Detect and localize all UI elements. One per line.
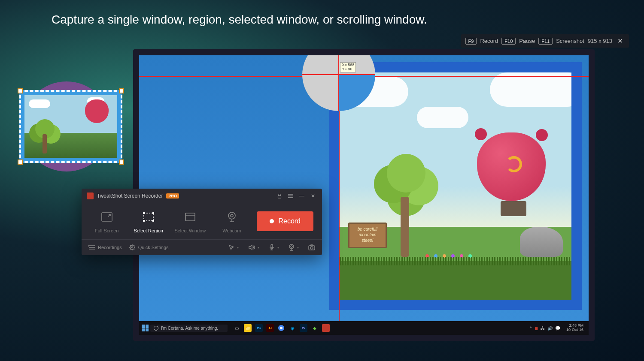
audio-settings[interactable]: ▾ <box>248 244 259 250</box>
photoshop-icon[interactable]: Ps <box>255 324 263 332</box>
file-explorer-icon[interactable]: 📁 <box>244 324 252 332</box>
chevron-down-icon: ▾ <box>258 246 259 250</box>
clock-date: 10-Oct-16 <box>566 328 583 332</box>
region-icon <box>141 209 156 225</box>
capture-dimensions: 915 x 913 <box>588 38 612 44</box>
selection-handle[interactable] <box>18 159 23 165</box>
label-screenshot: Screenshot <box>556 38 584 44</box>
selection-frame <box>19 90 122 163</box>
record-label: Record <box>278 217 301 225</box>
close-button[interactable]: ✕ <box>309 192 317 200</box>
balloon-basket-icon <box>501 201 526 216</box>
footer-recordings[interactable]: Recordings <box>88 244 122 251</box>
svg-point-20 <box>291 246 292 247</box>
svg-point-17 <box>131 247 133 248</box>
mode-label: Select Window <box>174 228 206 233</box>
rock-icon <box>520 227 563 257</box>
taskbar-clock[interactable]: 2:48 PM 10-Oct-16 <box>564 324 586 332</box>
tray-app-icon[interactable]: ◼ <box>535 326 538 331</box>
webcam-settings[interactable]: ▾ <box>289 244 299 251</box>
selection-handle[interactable] <box>119 159 124 165</box>
tray-notification-icon[interactable]: 💬 <box>555 326 560 331</box>
svg-point-22 <box>310 247 313 249</box>
sign-text: be careful! <box>350 226 385 232</box>
svg-rect-12 <box>185 213 195 221</box>
cloud-icon <box>29 99 50 108</box>
recordings-icon <box>88 244 95 251</box>
chevron-down-icon: ▾ <box>297 246 299 250</box>
settings-icon <box>129 244 136 251</box>
cursor-icon <box>228 244 234 250</box>
svg-point-14 <box>228 212 235 219</box>
cursor-settings[interactable]: ▾ <box>228 244 239 250</box>
feature-thumbnail <box>9 81 120 180</box>
start-button[interactable] <box>142 325 149 331</box>
toolbar-close-button[interactable]: ✕ <box>616 37 625 45</box>
svg-rect-7 <box>144 213 153 221</box>
footer-quick-settings[interactable]: Quick Settings <box>129 244 169 251</box>
mode-select-region[interactable]: Select Region <box>132 209 165 233</box>
windows-taskbar: I'm Cortana. Ask me anything. ▭ 📁 Ps Ai … <box>139 321 589 335</box>
svg-rect-2 <box>278 196 281 198</box>
minimize-button[interactable]: — <box>298 192 306 200</box>
menu-icon[interactable] <box>287 192 295 200</box>
tray-network-icon[interactable]: 🖧 <box>541 326 545 331</box>
microphone-icon <box>269 244 275 251</box>
edge-icon[interactable]: ◉ <box>289 324 296 332</box>
svg-rect-6 <box>102 213 112 221</box>
system-tray: ˄ ◼ 🖧 🔊 💬 2:48 PM 10-Oct-16 <box>530 324 586 332</box>
label-pause: Pause <box>519 38 535 44</box>
cloud-icon <box>490 72 571 107</box>
task-view-icon[interactable]: ▭ <box>233 324 240 332</box>
illustrator-icon[interactable]: Ai <box>266 324 274 332</box>
svg-point-15 <box>231 214 233 217</box>
tweakshot-taskbar-icon[interactable] <box>322 324 330 332</box>
selection-handle[interactable] <box>18 88 23 93</box>
magnifier-crosshair-h <box>302 74 375 75</box>
premiere-icon[interactable]: Pr <box>300 324 307 332</box>
app-icon[interactable]: ◆ <box>311 324 319 332</box>
mode-fullscreen[interactable]: Full Screen <box>90 209 123 233</box>
webcam-small-icon <box>289 244 295 251</box>
app-title: TweakShot Screen Recorder <box>97 193 163 199</box>
hotkey-record[interactable]: F9 <box>465 38 477 45</box>
recorder-titlebar[interactable]: TweakShot Screen Recorder PRO — ✕ <box>82 189 322 203</box>
svg-point-19 <box>289 244 294 249</box>
recorder-app-window[interactable]: TweakShot Screen Recorder PRO — ✕ Full S… <box>82 189 322 255</box>
wooden-sign: be careful! mountain steep! <box>348 223 387 248</box>
webcam-icon <box>224 209 240 225</box>
mode-webcam[interactable]: Webcam <box>215 209 248 233</box>
mode-label: Select Region <box>134 228 163 233</box>
lock-icon[interactable] <box>276 192 283 200</box>
selection-handle[interactable] <box>119 88 124 93</box>
grass-icon <box>340 261 571 300</box>
coordinate-tooltip: X= 568 Y= 96 <box>340 62 356 72</box>
hotkey-screenshot[interactable]: F11 <box>538 38 553 45</box>
cortana-search[interactable]: I'm Cortana. Ask me anything. <box>150 325 228 332</box>
chrome-icon[interactable] <box>277 324 285 332</box>
mode-select-window[interactable]: Select Window <box>173 209 207 233</box>
fullscreen-icon <box>99 209 115 225</box>
magnifier-crosshair-v <box>338 55 339 111</box>
tray-volume-icon[interactable]: 🔊 <box>547 326 553 331</box>
balloon-swirl-icon <box>506 156 522 172</box>
chevron-down-icon: ▾ <box>237 246 239 250</box>
tree-icon <box>33 119 55 153</box>
footer-label: Quick Settings <box>138 245 169 250</box>
balloon-icon <box>85 99 109 123</box>
thumbnail-scene <box>24 95 117 158</box>
app-logo-icon <box>87 193 94 199</box>
svg-rect-18 <box>271 244 273 248</box>
screenshot-settings[interactable] <box>308 244 315 250</box>
label-record: Record <box>480 38 498 44</box>
svg-rect-8 <box>143 212 145 214</box>
tray-chevron-icon[interactable]: ˄ <box>530 326 532 331</box>
hotkey-pause[interactable]: F10 <box>501 38 516 45</box>
record-button[interactable]: Record <box>257 211 313 231</box>
taskbar-pinned-apps: ▭ 📁 Ps Ai ◉ Pr ◆ <box>233 324 330 332</box>
footer-label: Recordings <box>98 245 122 250</box>
desktop-wallpaper: be careful! mountain steep! <box>340 72 571 300</box>
svg-rect-10 <box>143 220 145 222</box>
mic-settings[interactable]: ▾ <box>269 244 279 251</box>
chevron-down-icon: ▾ <box>277 246 279 250</box>
